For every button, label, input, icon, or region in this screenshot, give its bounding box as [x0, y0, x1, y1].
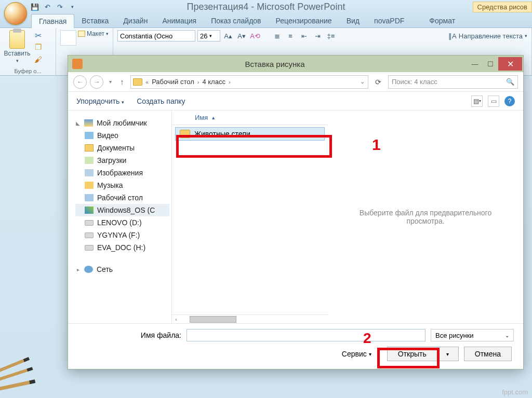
maximize-button[interactable]: ☐ — [483, 57, 498, 71]
view-mode-button[interactable]: ▤▾ — [471, 95, 483, 107]
tree-label: Музыка — [97, 181, 123, 189]
cut-icon[interactable]: ✂ — [32, 30, 44, 40]
tab-slideshow[interactable]: Показ слайдов — [204, 14, 268, 28]
tab-review[interactable]: Рецензирование — [269, 14, 339, 28]
qat-more-icon[interactable]: ▾ — [68, 2, 77, 11]
grow-font-icon[interactable]: A▴ — [222, 31, 234, 41]
font-size-combo[interactable]: 26▾ — [197, 30, 220, 42]
tree-label: Видео — [97, 131, 118, 140]
sort-indicator-icon: ▲ — [211, 115, 216, 120]
chevron-right-icon: › — [196, 79, 201, 85]
network-icon — [84, 266, 93, 273]
text-direction-button[interactable]: ‖A Направление текста ▾ — [448, 32, 527, 40]
paste-button[interactable]: Вставить ▾ — [4, 30, 30, 64]
crumb-desktop[interactable]: Рабочий стол — [152, 78, 194, 86]
expand-icon[interactable]: ▸ — [75, 267, 81, 272]
undo-icon[interactable]: ↶ — [43, 2, 52, 11]
drive-icon — [85, 232, 94, 238]
open-dropdown-icon[interactable]: ▾ — [437, 347, 459, 361]
service-button[interactable]: Сервис▾ — [342, 350, 371, 358]
watermark: fppt.com — [502, 388, 528, 396]
filename-input[interactable] — [187, 329, 425, 341]
folder-tree: ◣ Мой любимчик Видео Документы Загрузки … — [68, 111, 172, 323]
scroll-left-icon[interactable]: ‹ — [172, 316, 180, 322]
search-input[interactable]: Поиск: 4 класс 🔍 — [388, 75, 518, 89]
tree-lenovo-drive[interactable]: LENOVO (D:) — [75, 216, 169, 229]
tab-animation[interactable]: Анимация — [155, 14, 204, 28]
copy-icon[interactable]: ❐ — [32, 42, 44, 52]
paste-label: Вставить — [4, 50, 31, 57]
font-combo[interactable]: Constantia (Осно — [117, 30, 195, 42]
preview-hint: Выберите файл для предварительного просм… — [343, 209, 508, 225]
tab-design[interactable]: Дизайн — [116, 14, 155, 28]
format-painter-icon[interactable]: 🖌 — [32, 54, 44, 64]
tree-desktop[interactable]: Рабочий стол — [75, 191, 169, 204]
filetype-combo[interactable]: Все рисунки ⌄ — [431, 329, 514, 341]
organize-button[interactable]: Упорядочить ▾ — [76, 97, 124, 105]
horizontal-scrollbar[interactable]: ‹ — [172, 314, 328, 323]
tree-video[interactable]: Видео — [75, 129, 169, 142]
chevron-down-icon[interactable]: ⌄ — [359, 78, 366, 85]
tree-documents[interactable]: Документы — [75, 142, 169, 154]
save-icon[interactable]: 💾 — [30, 2, 39, 11]
numbering-icon[interactable]: ≡ — [285, 31, 296, 41]
collapse-icon[interactable]: ◣ — [75, 120, 81, 126]
new-slide-icon[interactable] — [60, 30, 76, 46]
bullets-icon[interactable]: ≣ — [271, 31, 283, 41]
tree-music[interactable]: Музыка — [75, 179, 169, 191]
history-dropdown-icon[interactable]: ▾ — [107, 79, 114, 85]
shrink-font-icon[interactable]: A▾ — [236, 31, 247, 41]
tree-downloads[interactable]: Загрузки — [75, 154, 169, 167]
line-spacing-icon[interactable]: ‡≡ — [325, 31, 337, 41]
tree-label: Мой любимчик — [97, 119, 147, 127]
file-item[interactable]: Животные степи — [175, 127, 325, 141]
column-header-name[interactable]: Имя ▲ — [172, 111, 328, 125]
downloads-icon — [85, 157, 94, 164]
tab-home[interactable]: Главная — [31, 14, 74, 28]
preview-pane-button[interactable]: ▭ — [488, 95, 499, 107]
back-button[interactable]: ← — [73, 75, 87, 89]
drawing-tools-tab[interactable]: Средства рисов — [473, 2, 532, 12]
increase-indent-icon[interactable]: ⇥ — [312, 31, 323, 41]
tab-view[interactable]: Вид — [339, 14, 367, 28]
tab-novapdf[interactable]: novaPDF — [367, 14, 411, 28]
minimize-button[interactable]: — — [467, 57, 483, 71]
new-folder-button[interactable]: Создать папку — [137, 97, 185, 105]
insert-picture-dialog: Вставка рисунка — ☐ ✕ ← → ▾ ↑ « Рабочий … — [68, 55, 524, 369]
search-placeholder: Поиск: 4 класс — [392, 78, 437, 86]
crumb-klass[interactable]: 4 класс — [202, 78, 225, 86]
dialog-titlebar: Вставка рисунка — ☐ ✕ — [68, 56, 523, 72]
clear-formatting-icon[interactable]: A⟲ — [249, 31, 261, 41]
tree-label: Загрузки — [97, 156, 126, 164]
tree-eva-drive[interactable]: EVA_DOC (H:) — [75, 241, 169, 254]
layout-button[interactable]: Макет ▾ — [78, 30, 109, 37]
tree-os-drive[interactable]: Windows8_OS (C — [75, 204, 169, 216]
tree-network[interactable]: ▸ Сеть — [75, 263, 169, 276]
decrease-indent-icon[interactable]: ⇤ — [298, 31, 310, 41]
forward-button[interactable]: → — [90, 75, 103, 89]
nav-toolbar: ← → ▾ ↑ « Рабочий стол › 4 класс › ⌄ ⟳ П… — [68, 72, 523, 92]
tree-label: EVA_DOC (H:) — [97, 243, 145, 252]
office-button[interactable] — [4, 2, 27, 25]
tab-format[interactable]: Формат — [422, 14, 462, 28]
open-button[interactable]: Открыть ▾ — [387, 347, 459, 361]
tree-label: Рабочий стол — [97, 194, 143, 202]
tree-favorites[interactable]: ◣ Мой любимчик — [75, 117, 169, 129]
cancel-button[interactable]: Отмена — [464, 347, 512, 361]
close-button[interactable]: ✕ — [498, 57, 522, 71]
redo-icon[interactable]: ↷ — [55, 2, 64, 11]
help-icon[interactable]: ? — [504, 96, 515, 106]
up-button[interactable]: ↑ — [117, 77, 127, 86]
music-icon — [85, 182, 94, 189]
refresh-button[interactable]: ⟳ — [371, 78, 385, 86]
tab-insert[interactable]: Вставка — [74, 14, 116, 28]
tree-label: Сеть — [97, 265, 113, 273]
tree-ygynya-drive[interactable]: YGYNYA (F:) — [75, 229, 169, 241]
chevron-right-icon: › — [228, 79, 232, 85]
chevron-down-icon: ▾ — [16, 58, 19, 63]
tree-label: LENOVO (D:) — [97, 218, 142, 227]
breadcrumb[interactable]: « Рабочий стол › 4 класс › ⌄ — [130, 75, 368, 89]
tree-pictures[interactable]: Изображения — [75, 167, 169, 179]
scrollbar-thumb[interactable] — [190, 316, 236, 323]
dialog-app-icon — [72, 59, 83, 69]
